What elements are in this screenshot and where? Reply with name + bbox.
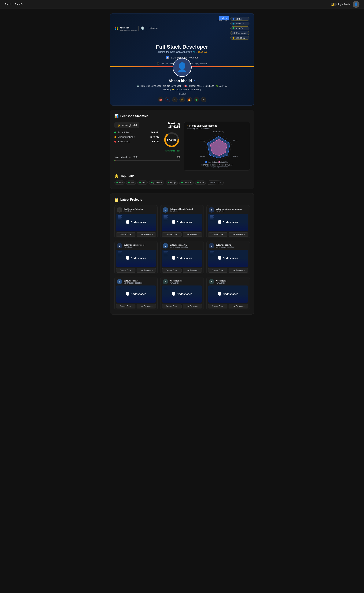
profile-socials: 🐙 in 𝕏 ⚡ 🔥 ⬢ + [158, 97, 206, 102]
projects-icon: 🗂️ [114, 198, 118, 202]
project-name-0: RealEstate-Pakistan [124, 208, 143, 210]
source-code-btn-5[interactable]: Source Code [208, 268, 228, 273]
social-github[interactable]: 🐙 [158, 97, 163, 102]
leetcode-right: ~ Profile Skills Assessment Assessing va… [184, 122, 250, 171]
upload-button[interactable]: Upload [219, 16, 229, 20]
project-lang-5: No language specified [216, 246, 234, 248]
lc-hard-row: Hard Solved : 6 / 742 [114, 140, 159, 143]
ms-grid [115, 26, 118, 30]
live-preview-btn-4[interactable]: Live Preview ↗ [183, 268, 202, 273]
source-code-btn-2[interactable]: Source Code [208, 232, 228, 237]
skills-tags-container: html css java javascript nextjs [114, 180, 250, 185]
lc-easy-row: Easy Solved : 26 / 824 [114, 131, 159, 134]
social-twitter[interactable]: 𝕏 [172, 97, 177, 102]
hard-dot [114, 141, 116, 143]
upload-label: upload image [217, 20, 227, 21]
live-preview-btn-5[interactable]: Live Preview ↗ [228, 268, 248, 273]
project-info-0: RealEstate-Pakistan JavaScript [124, 208, 143, 212]
top-skills-title-row: ⭐ Top Skills [114, 174, 250, 178]
easy-label: Easy Solved : [118, 131, 150, 134]
project-info-6: Bytewise-react No language specified [124, 280, 143, 284]
source-code-btn-7[interactable]: Source Code [162, 304, 181, 309]
project-lang-8: JavaScript [216, 282, 226, 284]
skill-label-nodejs: Node.Js [236, 27, 243, 29]
skill-label-mongodb: Mongo DB [236, 37, 246, 39]
project-lang-6: No language specified [124, 282, 143, 284]
project-actions-3: Source Code Live Preview ↗ [115, 267, 158, 274]
skill-badge-nextjs: Next.Js [230, 17, 249, 21]
project-avatar-1: B [163, 207, 168, 213]
social-linkedin[interactable]: in [165, 97, 170, 102]
project-name-4: Bytewise-react01 [169, 244, 188, 246]
source-code-btn-3[interactable]: Source Code [116, 268, 136, 273]
social-hackerrank[interactable]: ⬢ [194, 97, 199, 102]
social-leetcode[interactable]: 🔥 [187, 97, 192, 102]
projects-title-row: 🗂️ Latest Projects [114, 198, 250, 202]
project-card-0: R RealEstate-Pakistan JavaScript Codespa… [114, 205, 158, 238]
logo-divider [138, 26, 139, 31]
live-preview-btn-6[interactable]: Live Preview ↗ [136, 304, 156, 309]
svg-text:API Inte: API Inte [233, 140, 238, 142]
microsoft-logo: Microsoft Learn Student Ambass... [115, 26, 137, 31]
project-avatar-7: w [163, 279, 168, 284]
project-name-5: bytewise-react1 [216, 244, 234, 246]
live-preview-btn-2[interactable]: Live Preview ↗ [228, 232, 248, 237]
mode-toggle[interactable]: Light Mode [331, 3, 350, 6]
social-codeforces[interactable]: ⚡ [179, 97, 185, 102]
project-card-7: w wordcounter JavaScript Codespaces Sou [160, 277, 204, 310]
project-card-1: B Bytewise-React-Project JavaScript Code… [160, 205, 204, 238]
source-code-btn-4[interactable]: Source Code [162, 268, 181, 273]
project-lang-1: JavaScript [169, 210, 193, 212]
project-card-3: b bytewise-vite-project JavaScript Codes… [114, 241, 158, 274]
add-skills-button[interactable]: Add Skills + [207, 180, 224, 185]
user-avatar[interactable]: 👤 [353, 1, 359, 8]
lc-progress-bar [114, 160, 180, 161]
live-preview-btn-8[interactable]: Live Preview ↗ [228, 304, 248, 309]
lc-body: Easy Solved : 26 / 824 Medium Solved : 2… [114, 131, 180, 152]
profile-photo-placeholder: 👤 [176, 62, 188, 73]
project-info-7: wordcounter JavaScript [169, 280, 182, 284]
project-header-0: R RealEstate-Pakistan JavaScript [115, 205, 158, 214]
project-info-2: bytewise-vite-projectpages JavaScript [216, 208, 242, 212]
project-preview-2: Codespaces [208, 214, 248, 231]
project-header-7: w wordcounter JavaScript [161, 277, 203, 285]
project-name-8: wordcount [216, 280, 226, 282]
live-preview-btn-3[interactable]: Live Preview ↗ [136, 268, 156, 273]
project-header-4: B Bytewise-react01 No language specified [161, 241, 203, 250]
live-preview-btn-1[interactable]: Live Preview ↗ [183, 232, 202, 237]
project-header-6: B Bytewise-react No language specified [115, 277, 158, 285]
live-preview-btn-0[interactable]: Live Preview ↗ [136, 232, 156, 237]
skill-label-nextjs: Next.Js [236, 18, 243, 20]
leetcode-content: ⚡ ahsan_khalid Ranking 1546235 Easy Solv… [114, 122, 250, 171]
projects-section: 🗂️ Latest Projects R RealEstate-Pakistan… [110, 193, 254, 315]
skill-tag-nextjs: nextjs [166, 180, 178, 185]
project-name-7: wordcounter [169, 280, 182, 282]
project-info-4: Bytewise-react01 No language specified [169, 244, 188, 248]
lc-total: Total Solved : 52 / 3283 2% [114, 154, 180, 158]
profile-name-text: Ahsan khalid [169, 79, 192, 83]
source-code-btn-0[interactable]: Source Code [116, 232, 136, 237]
profile-photo: 👤 [173, 58, 192, 77]
easy-dot [114, 132, 116, 133]
project-preview-6: Codespaces [116, 285, 156, 303]
live-preview-btn-7[interactable]: Live Preview ↗ [183, 304, 202, 309]
radar-chart-container: Problem Solving API Inte Data H. Develop… [198, 130, 236, 160]
source-code-btn-6[interactable]: Source Code [116, 304, 136, 309]
top-skills-title: Top Skills [120, 174, 135, 178]
projects-title: Latest Projects [120, 198, 142, 201]
skill-label-expressjs: Express.Js [236, 32, 247, 34]
hard-value: 6 / 742 [152, 140, 159, 143]
skill-badge-expressjs: eX Express.Js [230, 31, 249, 35]
hard-label: Hard Solved : [118, 140, 151, 143]
social-more[interactable]: + [201, 97, 206, 102]
add-skills-label: Add Skills [210, 181, 219, 184]
project-actions-1: Source Code Live Preview ↗ [161, 231, 203, 238]
source-code-btn-8[interactable]: Source Code [208, 304, 228, 309]
leetcode-icon: 📊 [114, 114, 118, 118]
project-lang-3: JavaScript [124, 246, 144, 248]
theme-toggle-switch[interactable] [331, 3, 337, 6]
lc-assessment: ~ Profile Skills Assessment Assessing va… [184, 122, 250, 171]
medium-label: Medium Solved : [118, 136, 148, 138]
source-code-btn-1[interactable]: Source Code [162, 232, 181, 237]
total-pct: 2% [177, 156, 180, 158]
